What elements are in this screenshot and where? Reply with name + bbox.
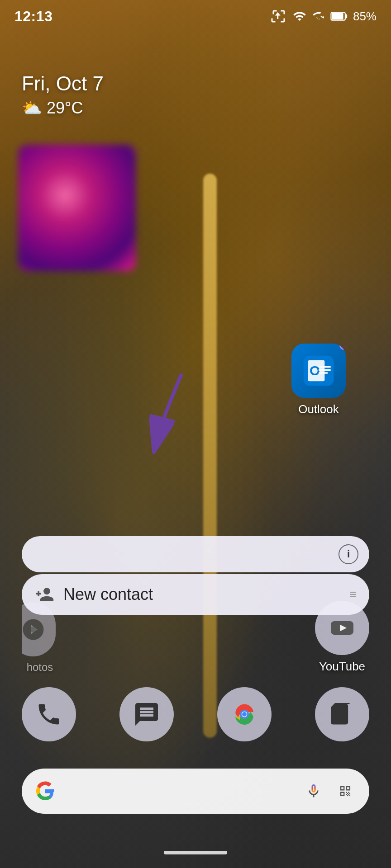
search-icons <box>302 780 357 802</box>
album-art-blurred <box>18 145 136 271</box>
weather-temp-row: ⛅ 29°C <box>22 99 104 118</box>
arrow-annotation <box>127 371 199 461</box>
youtube-label: YouTube <box>319 660 365 674</box>
new-contact-label: New contact <box>63 585 340 604</box>
new-contact-icon <box>34 585 54 604</box>
svg-rect-1 <box>345 14 347 19</box>
status-icons: 85% <box>271 8 377 24</box>
battery-percentage: 85% <box>353 9 377 24</box>
new-contact-shortcut[interactable]: New contact ≡ <box>22 574 369 615</box>
drag-handle-icon: ≡ <box>349 587 357 602</box>
svg-text:O: O <box>310 363 320 378</box>
weather-condition-icon: ⛅ <box>22 99 42 118</box>
info-button[interactable]: i <box>339 544 358 564</box>
outlook-icon-bg: O <box>291 344 346 398</box>
screenshot-icon <box>271 8 287 24</box>
microphone-icon[interactable] <box>302 780 325 802</box>
notification-badge <box>339 344 346 350</box>
phone-app[interactable] <box>22 687 76 741</box>
battery-icon <box>330 9 348 23</box>
chrome-app[interactable] <box>217 687 272 741</box>
weather-temperature: 29°C <box>47 99 83 118</box>
shortcut-popup: i New contact ≡ <box>22 536 369 615</box>
camera-app[interactable] <box>315 687 369 741</box>
messages-app[interactable] <box>119 687 174 741</box>
svg-rect-8 <box>319 372 328 373</box>
weather-date: Fri, Oct 7 <box>22 72 104 95</box>
wifi-icon <box>291 9 308 23</box>
svg-rect-2 <box>332 13 343 19</box>
svg-rect-6 <box>319 366 331 368</box>
search-bar[interactable] <box>22 769 369 814</box>
status-bar: 12:13 85% <box>0 0 391 33</box>
lens-icon[interactable] <box>334 780 357 802</box>
google-logo <box>34 780 56 802</box>
dock-row <box>22 687 369 741</box>
status-time: 12:13 <box>14 8 52 25</box>
weather-widget[interactable]: Fri, Oct 7 ⛅ 29°C <box>22 72 104 118</box>
photos-partial-label: hotos <box>27 661 53 674</box>
outlook-app[interactable]: O Outlook <box>291 344 346 416</box>
navigation-bar <box>164 851 227 854</box>
info-pill[interactable]: i <box>22 536 369 572</box>
svg-point-14 <box>242 712 247 717</box>
outlook-label: Outlook <box>298 402 339 416</box>
signal-icon <box>312 9 326 23</box>
svg-rect-7 <box>319 369 331 371</box>
